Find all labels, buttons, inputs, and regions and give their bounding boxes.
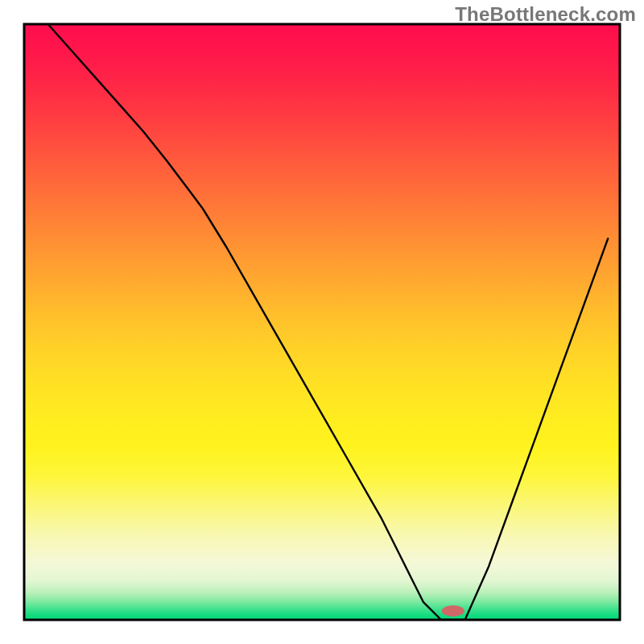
- optimal-marker: [442, 605, 464, 617]
- gradient-background: [24, 24, 620, 620]
- watermark-text: TheBottleneck.com: [455, 3, 636, 26]
- chart-container: TheBottleneck.com: [0, 0, 644, 644]
- bottleneck-chart: [0, 0, 644, 644]
- plot-area: [24, 24, 620, 620]
